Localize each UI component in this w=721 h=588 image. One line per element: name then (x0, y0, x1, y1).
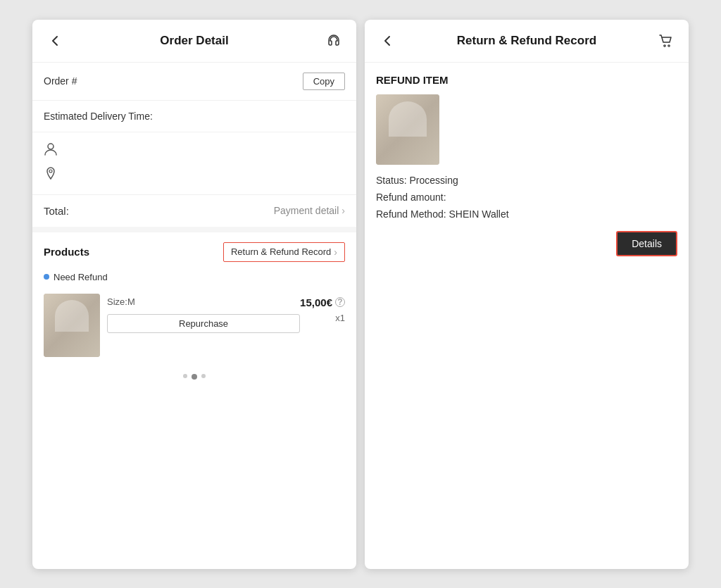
refund-amount: Refund amount: (376, 192, 677, 203)
product-thumbnail (44, 294, 100, 357)
chevron-right-icon: › (341, 205, 345, 216)
svg-point-1 (49, 170, 52, 173)
thick-divider (32, 227, 356, 232)
refund-record-header: Return & Refund Record (365, 20, 689, 63)
refund-record-title: Return & Refund Record (399, 34, 655, 48)
delivery-time-label: Estimated Delivery Time: (44, 111, 153, 122)
page-dot-1 (183, 374, 187, 378)
payment-detail-text: Payment detail (274, 205, 339, 216)
address-section (32, 132, 356, 194)
back-button-left[interactable] (44, 30, 66, 52)
svg-point-2 (664, 44, 665, 46)
need-refund-dot (44, 274, 49, 280)
refund-product-image (376, 94, 439, 165)
refund-status: Status: Processing (376, 175, 677, 186)
back-button-right[interactable] (376, 30, 399, 52)
refund-record-screen: Return & Refund Record REFUND ITEM Statu… (365, 20, 689, 569)
return-refund-record-button[interactable]: Return & Refund Record › (223, 242, 345, 262)
product-price-value: 15,00€ (300, 296, 332, 308)
order-detail-screen: Order Detail Order # Copy Estimated Deli… (32, 20, 356, 569)
total-label: Total: (44, 205, 69, 217)
location-row (44, 167, 345, 184)
products-header: Products Return & Refund Record › (32, 232, 356, 269)
copy-button[interactable]: Copy (303, 73, 345, 90)
order-number-row: Order # Copy (32, 63, 356, 100)
price-info-icon: ? (335, 297, 345, 307)
order-number-label: Order # (44, 75, 77, 87)
product-item: Size:M Repurchase 15,00€ ? x1 (32, 288, 356, 365)
product-size: Size:M (107, 296, 300, 307)
product-quantity: x1 (335, 313, 345, 323)
pagination-dots (32, 365, 356, 385)
product-price: 15,00€ ? (300, 296, 345, 308)
product-actions: 15,00€ ? x1 (300, 296, 345, 323)
delivery-time-row: Estimated Delivery Time: (32, 101, 356, 132)
cart-icon[interactable] (655, 30, 677, 52)
page-dot-3 (201, 374, 206, 378)
refund-method: Refund Method: SHEIN Wallet (376, 208, 677, 220)
person-icon (44, 142, 58, 160)
product-info: Size:M Repurchase (107, 296, 300, 333)
person-row (44, 142, 345, 160)
page-dot-2 (192, 374, 197, 380)
svg-point-3 (668, 44, 670, 46)
location-icon (44, 167, 58, 184)
need-refund-badge: Need Refund (32, 269, 356, 288)
headset-icon[interactable] (322, 30, 345, 52)
refund-info-section: Status: Processing Refund amount: Refund… (365, 175, 689, 220)
need-refund-text: Need Refund (54, 272, 108, 282)
svg-point-0 (48, 144, 54, 149)
repurchase-button[interactable]: Repurchase (107, 314, 300, 333)
return-refund-record-label: Return & Refund Record (231, 246, 331, 257)
products-title: Products (44, 246, 89, 258)
order-detail-title: Order Detail (66, 34, 322, 48)
total-row: Total: Payment detail › (32, 195, 356, 227)
payment-detail-link[interactable]: Payment detail › (274, 205, 345, 216)
refund-record-chevron-icon: › (334, 246, 337, 258)
details-button-wrapper: Details (365, 220, 689, 268)
order-detail-header: Order Detail (32, 20, 356, 63)
refund-section-title: REFUND ITEM (365, 63, 689, 94)
product-image (44, 294, 100, 357)
details-button[interactable]: Details (616, 231, 677, 256)
refund-product-thumbnail (376, 94, 439, 165)
